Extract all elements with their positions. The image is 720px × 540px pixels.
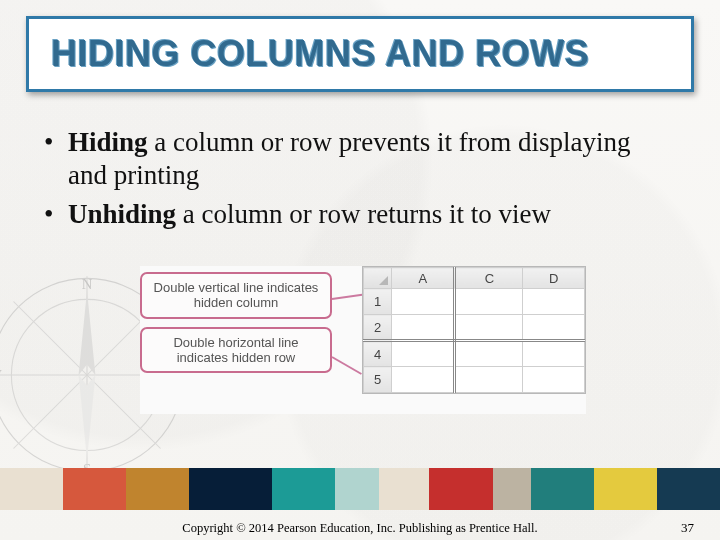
bullet-bold: Hiding bbox=[68, 127, 148, 157]
bullet-item: Hiding a column or row prevents it from … bbox=[44, 126, 676, 192]
bullet-list: Hiding a column or row prevents it from … bbox=[44, 126, 676, 237]
callout-hidden-row: Double horizontal line indicates hidden … bbox=[140, 327, 332, 374]
col-header: A bbox=[392, 268, 455, 289]
band-seg bbox=[272, 468, 335, 510]
title-box: HIDING COLUMNS AND ROWS bbox=[26, 16, 694, 92]
select-all-corner bbox=[364, 268, 392, 289]
cell bbox=[523, 289, 585, 315]
cell bbox=[455, 289, 523, 315]
row-header: 1 bbox=[364, 289, 392, 315]
cell bbox=[523, 367, 585, 393]
cell bbox=[392, 315, 455, 341]
table-row: 5 bbox=[364, 367, 585, 393]
band-seg bbox=[429, 468, 492, 510]
cell bbox=[392, 341, 455, 367]
table-row: 2 bbox=[364, 315, 585, 341]
svg-marker-6 bbox=[79, 291, 96, 375]
cell bbox=[523, 341, 585, 367]
band-seg bbox=[493, 468, 531, 510]
callout-hidden-column: Double vertical line indicates hidden co… bbox=[140, 272, 332, 319]
decorative-color-band bbox=[0, 468, 720, 510]
svg-marker-7 bbox=[79, 375, 96, 459]
bullet-bold: Unhiding bbox=[68, 199, 176, 229]
spreadsheet-table: A C D 1 2 4 bbox=[363, 267, 585, 393]
cell bbox=[392, 367, 455, 393]
band-seg bbox=[657, 468, 720, 510]
cell bbox=[455, 315, 523, 341]
bullet-text: a column or row prevents it from display… bbox=[68, 127, 630, 190]
callout-leader-line bbox=[332, 356, 362, 375]
compass-n: N bbox=[82, 276, 93, 292]
slide: N S W HIDING COLUMNS AND ROWS Hiding a c… bbox=[0, 0, 720, 540]
row-header: 4 bbox=[364, 341, 392, 367]
callouts: Double vertical line indicates hidden co… bbox=[140, 272, 332, 381]
band-seg bbox=[0, 468, 63, 510]
band-seg bbox=[335, 468, 379, 510]
band-seg bbox=[531, 468, 594, 510]
figure: Double vertical line indicates hidden co… bbox=[140, 266, 586, 414]
band-seg bbox=[379, 468, 430, 510]
column-header-row: A C D bbox=[364, 268, 585, 289]
cell bbox=[523, 315, 585, 341]
slide-title: HIDING COLUMNS AND ROWS bbox=[51, 33, 669, 75]
band-seg bbox=[189, 468, 271, 510]
row-header: 2 bbox=[364, 315, 392, 341]
compass-w: W bbox=[0, 367, 2, 383]
table-row: 1 bbox=[364, 289, 585, 315]
table-row: 4 bbox=[364, 341, 585, 367]
band-seg bbox=[594, 468, 657, 510]
cell bbox=[392, 289, 455, 315]
spreadsheet-preview: A C D 1 2 4 bbox=[362, 266, 586, 394]
col-header: C bbox=[455, 268, 523, 289]
band-seg bbox=[63, 468, 126, 510]
col-header: D bbox=[523, 268, 585, 289]
row-header: 5 bbox=[364, 367, 392, 393]
cell bbox=[455, 367, 523, 393]
cell bbox=[455, 341, 523, 367]
page-number: 37 bbox=[681, 520, 694, 536]
band-seg bbox=[126, 468, 189, 510]
bullet-item: Unhiding a column or row returns it to v… bbox=[44, 198, 676, 231]
copyright-footer: Copyright © 2014 Pearson Education, Inc.… bbox=[0, 521, 720, 536]
bullet-text: a column or row returns it to view bbox=[176, 199, 551, 229]
